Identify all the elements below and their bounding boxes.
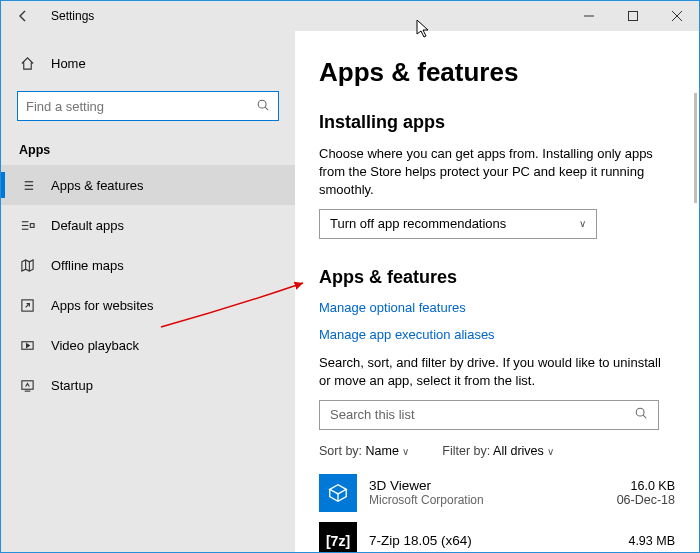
nav-label: Default apps (51, 218, 124, 233)
chevron-down-icon: ∨ (402, 446, 409, 457)
svg-rect-1 (629, 12, 638, 21)
search-field[interactable] (26, 99, 256, 114)
window-title: Settings (51, 9, 94, 23)
app-name: 7-Zip 18.05 (x64) (369, 533, 628, 548)
nav-label: Startup (51, 378, 93, 393)
svg-rect-20 (21, 380, 32, 388)
search-list-input[interactable]: Search this list (319, 400, 659, 430)
manage-execution-aliases-link[interactable]: Manage app execution aliases (319, 327, 675, 342)
scrollbar[interactable] (694, 93, 697, 203)
nav-label: Offline maps (51, 258, 124, 273)
nav-label: Video playback (51, 338, 139, 353)
app-icon (319, 474, 357, 512)
svg-line-23 (643, 415, 646, 418)
search-icon (256, 98, 270, 115)
main-content: Apps & features Installing apps Choose w… (295, 31, 699, 552)
nav-video-playback[interactable]: Video playback (1, 325, 295, 365)
sort-label: Sort by: (319, 444, 362, 458)
map-icon (19, 258, 35, 273)
app-size: 16.0 KB (617, 479, 675, 493)
search-input[interactable] (17, 91, 279, 121)
svg-rect-15 (30, 223, 34, 227)
apps-features-heading: Apps & features (319, 267, 675, 288)
apps-features-desc: Search, sort, and filter by drive. If yo… (319, 354, 675, 390)
chevron-down-icon: ∨ (579, 218, 586, 229)
open-in-icon (19, 298, 35, 313)
home-icon (19, 56, 35, 71)
startup-icon (19, 378, 35, 393)
page-heading: Apps & features (319, 57, 675, 88)
nav-apps-websites[interactable]: Apps for websites (1, 285, 295, 325)
installing-desc: Choose where you can get apps from. Inst… (319, 145, 675, 199)
search-list-placeholder: Search this list (330, 407, 415, 422)
app-size: 4.93 MB (628, 534, 675, 548)
app-date: 06-Dec-18 (617, 493, 675, 507)
home-nav[interactable]: Home (1, 45, 295, 81)
app-row[interactable]: 3D Viewer Microsoft Corporation 16.0 KB … (319, 474, 675, 512)
chevron-down-icon: ∨ (547, 446, 554, 457)
svg-point-4 (258, 100, 266, 108)
sort-dropdown[interactable]: Name ∨ (366, 444, 410, 458)
filter-dropdown[interactable]: All drives ∨ (493, 444, 554, 458)
nav-label: Apps for websites (51, 298, 154, 313)
dropdown-value: Turn off app recommendations (330, 216, 506, 231)
install-source-dropdown[interactable]: Turn off app recommendations ∨ (319, 209, 597, 239)
nav-label: Apps & features (51, 178, 144, 193)
nav-startup[interactable]: Startup (1, 365, 295, 405)
app-row[interactable]: [7z] 7-Zip 18.05 (x64) 4.93 MB (319, 522, 675, 552)
defaults-icon (19, 218, 35, 233)
svg-line-5 (265, 107, 268, 110)
installing-heading: Installing apps (319, 112, 675, 133)
svg-point-22 (636, 408, 644, 416)
app-publisher: Microsoft Corporation (369, 493, 617, 507)
list-icon (19, 178, 35, 193)
manage-optional-features-link[interactable]: Manage optional features (319, 300, 675, 315)
section-label: Apps (1, 121, 295, 165)
filter-label: Filter by: (442, 444, 490, 458)
search-icon (634, 406, 648, 423)
sidebar: Home Apps Apps & features Default app (1, 31, 295, 552)
nav-apps-features[interactable]: Apps & features (1, 165, 295, 205)
home-label: Home (51, 56, 86, 71)
minimize-button[interactable] (567, 1, 611, 31)
nav-offline-maps[interactable]: Offline maps (1, 245, 295, 285)
video-icon (19, 338, 35, 353)
app-icon: [7z] (319, 522, 357, 552)
back-button[interactable] (1, 1, 45, 31)
maximize-button[interactable] (611, 1, 655, 31)
nav-default-apps[interactable]: Default apps (1, 205, 295, 245)
app-name: 3D Viewer (369, 478, 617, 493)
close-button[interactable] (655, 1, 699, 31)
